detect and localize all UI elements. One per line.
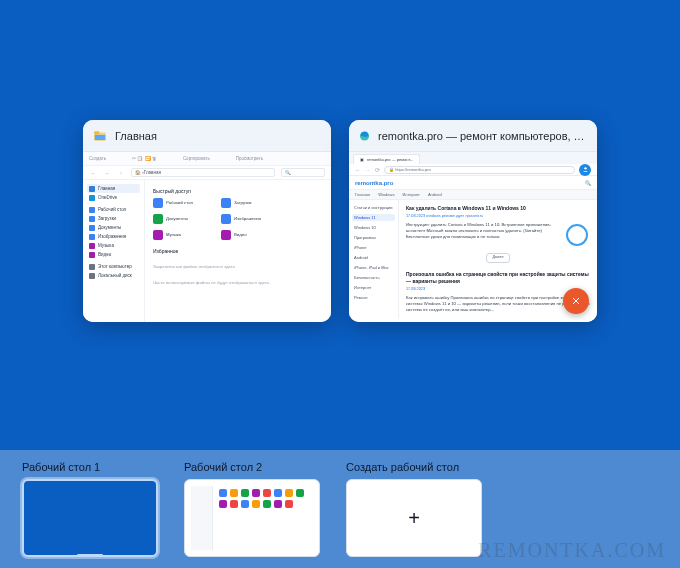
- sidebar-item[interactable]: Рабочий стол: [87, 205, 140, 214]
- browser-tabstrip: ▣remontka.pro — ремонт...: [349, 152, 597, 164]
- file-explorer-icon: [93, 129, 107, 143]
- site-logo[interactable]: remontka.pro: [355, 180, 393, 186]
- cortana-icon: [566, 224, 588, 246]
- virtual-desktop-1[interactable]: Рабочий стол 1: [22, 461, 158, 557]
- nav-back-icon[interactable]: ←: [355, 167, 361, 173]
- edge-icon: [359, 129, 370, 143]
- nav-back-icon[interactable]: ←: [89, 169, 97, 177]
- section-quick-access: Быстрый доступ: [153, 188, 323, 194]
- vd-thumbnail[interactable]: [22, 479, 158, 557]
- article-meta: 17.08.2023: [406, 287, 590, 292]
- site-side-item[interactable]: Ремонт: [352, 294, 395, 301]
- virtual-desktop-2[interactable]: Рабочий стол 2: [184, 461, 320, 557]
- vd-label: Рабочий стол 2: [184, 461, 320, 473]
- sidebar-item[interactable]: Локальный диск: [87, 271, 140, 280]
- address-field[interactable]: 🔒 https://remontka.pro: [384, 166, 575, 174]
- explorer-sidebar: Главная OneDrive Рабочий стол Загрузки Д…: [83, 180, 145, 322]
- sidebar-item[interactable]: Музыка: [87, 241, 140, 250]
- toolbar-view[interactable]: Просмотреть: [236, 156, 263, 161]
- new-virtual-desktop[interactable]: Создать рабочий стол +: [346, 461, 482, 557]
- site-side-item[interactable]: Безопасность: [352, 274, 395, 281]
- browser-tab[interactable]: ▣remontka.pro — ремонт...: [353, 154, 420, 164]
- toolbar-new[interactable]: Создать: [89, 156, 106, 161]
- read-more-button[interactable]: Далее: [486, 253, 509, 262]
- task-view-windows: Главная Создать ✂ 📋 🔁 🗑 Сортировать Прос…: [0, 120, 680, 322]
- close-icon: [570, 295, 582, 307]
- explorer-navbar: ← → ↑ 🏠 › Главная 🔍: [83, 166, 331, 180]
- window-title: remontka.pro — ремонт компьютеров, Andro…: [378, 130, 587, 142]
- svg-rect-1: [94, 131, 99, 134]
- nav-fwd-icon[interactable]: →: [103, 169, 111, 177]
- article-title[interactable]: Как удалить Cortana в Windows 11 и Windo…: [406, 205, 590, 212]
- site-side-item[interactable]: Интернет: [352, 284, 395, 291]
- site-side-item[interactable]: Windows 10: [352, 224, 395, 231]
- search-field[interactable]: 🔍: [281, 168, 325, 177]
- explorer-body: Создать ✂ 📋 🔁 🗑 Сортировать Просмотреть …: [83, 152, 331, 322]
- edge-body: ▣remontka.pro — ремонт... ← → ⟳ 🔒 https:…: [349, 152, 597, 322]
- sidebar-item[interactable]: Видео: [87, 250, 140, 259]
- virtual-desktops-strip: Рабочий стол 1 Рабочий стол 2 Создать ра…: [0, 450, 680, 568]
- folder-item[interactable]: Рабочий стол: [153, 198, 211, 208]
- article-title[interactable]: Произошла ошибка на странице свойств при…: [406, 271, 590, 285]
- folder-item[interactable]: Музыка: [153, 230, 211, 240]
- explorer-main: Быстрый доступ Рабочий стол Загрузки Док…: [145, 180, 331, 322]
- site-nav: Главная Windows Интернет Android: [349, 190, 597, 200]
- plus-icon: +: [408, 507, 420, 530]
- vd-thumbnail-new[interactable]: +: [346, 479, 482, 557]
- explorer-toolbar: Создать ✂ 📋 🔁 🗑 Сортировать Просмотреть: [83, 152, 331, 166]
- reload-icon[interactable]: ⟳: [375, 166, 380, 173]
- favorites-hint: Закрепленные файлы отобразятся здесь: [153, 264, 323, 270]
- profile-icon[interactable]: [579, 164, 591, 176]
- window-titlebar: remontka.pro — ремонт компьютеров, Andro…: [349, 120, 597, 152]
- vd-label: Рабочий стол 1: [22, 461, 158, 473]
- article-meta: 17.08.2023 windows рекомендует прочитать: [406, 214, 590, 219]
- search-icon[interactable]: 🔍: [585, 180, 591, 186]
- sidebar-item[interactable]: OneDrive: [87, 193, 140, 202]
- svg-point-4: [584, 167, 586, 169]
- browser-toolbar: ← → ⟳ 🔒 https://remontka.pro: [349, 164, 597, 176]
- window-titlebar: Главная: [83, 120, 331, 152]
- folder-item[interactable]: Документы: [153, 214, 211, 224]
- vd-label: Создать рабочий стол: [346, 461, 482, 473]
- sidebar-item[interactable]: Документы: [87, 223, 140, 232]
- sidebar-item[interactable]: Этот компьютер: [87, 262, 140, 271]
- close-window-button[interactable]: [563, 288, 589, 314]
- nav-up-icon[interactable]: ↑: [117, 169, 125, 177]
- address-bar[interactable]: 🏠 › Главная: [131, 168, 275, 177]
- site-header: remontka.pro 🔍: [349, 176, 597, 190]
- nav-link[interactable]: Главная: [355, 192, 370, 197]
- window-title: Главная: [115, 130, 157, 142]
- window-thumb-explorer[interactable]: Главная Создать ✂ 📋 🔁 🗑 Сортировать Прос…: [83, 120, 331, 322]
- site-side-item[interactable]: Android: [352, 254, 395, 261]
- recent-hint: Часто используемые файлы не будут отобра…: [153, 280, 323, 286]
- nav-link[interactable]: Windows: [378, 192, 394, 197]
- site-side-item[interactable]: Статьи и инструкции: [352, 204, 395, 211]
- site-side-item[interactable]: Программы: [352, 234, 395, 241]
- site-sidebar: Статьи и инструкции Windows 11 Windows 1…: [349, 200, 399, 318]
- sidebar-item-home[interactable]: Главная: [87, 184, 140, 193]
- nav-link[interactable]: Android: [428, 192, 442, 197]
- sidebar-item[interactable]: Изображения: [87, 232, 140, 241]
- site-side-item[interactable]: iPhone: [352, 244, 395, 251]
- site-side-item[interactable]: Windows 11: [352, 214, 395, 221]
- site-side-item[interactable]: iPhone, iPad и Mac: [352, 264, 395, 271]
- folder-item[interactable]: Загрузки: [221, 198, 279, 208]
- sidebar-item[interactable]: Загрузки: [87, 214, 140, 223]
- nav-link[interactable]: Интернет: [402, 192, 419, 197]
- vd-thumbnail[interactable]: [184, 479, 320, 557]
- folder-item[interactable]: Изображения: [221, 214, 279, 224]
- watermark: REMONTKA.COM: [478, 539, 666, 562]
- article-body: Инструкция: удалить Cortana в Windows 11…: [406, 222, 590, 240]
- svg-rect-2: [95, 134, 106, 139]
- window-thumb-edge[interactable]: remontka.pro — ремонт компьютеров, Andro…: [349, 120, 597, 322]
- nav-fwd-icon[interactable]: →: [365, 167, 371, 173]
- section-favorites: Избранное: [153, 248, 323, 254]
- folder-item[interactable]: Видео: [221, 230, 279, 240]
- toolbar-sort[interactable]: Сортировать: [183, 156, 210, 161]
